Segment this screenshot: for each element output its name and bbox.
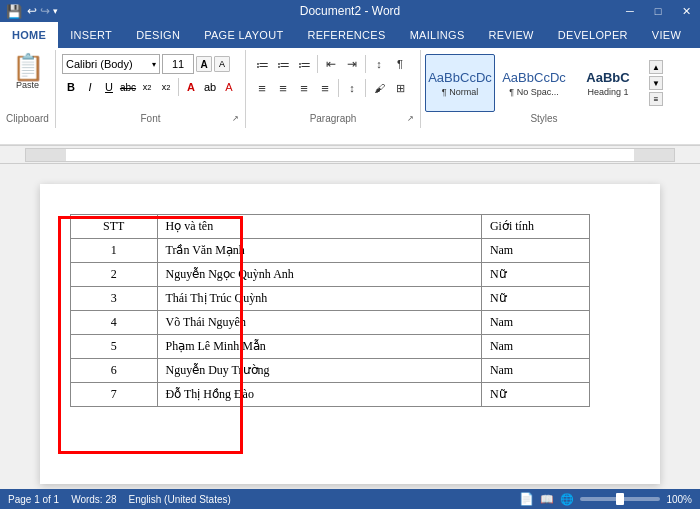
language: English (United States) xyxy=(129,494,231,505)
bold-button[interactable]: B xyxy=(62,78,80,96)
font-color-button[interactable]: A xyxy=(220,78,238,96)
paragraph-group-label: Paragraph xyxy=(246,113,420,124)
tab-developer[interactable]: DEVELOPER xyxy=(546,22,640,48)
cell-name: Thái Thị Trúc Quỳnh xyxy=(157,287,481,311)
cell-name: Nguyễn Duy Trường xyxy=(157,359,481,383)
tab-references[interactable]: REFERENCES xyxy=(295,22,397,48)
text-effects-button[interactable]: A xyxy=(182,78,200,96)
status-bar: Page 1 of 1 Words: 28 English (United St… xyxy=(0,489,700,509)
styles-scroll-down[interactable]: ▼ xyxy=(649,76,663,90)
cell-gender: Nam xyxy=(481,359,589,383)
styles-group-label: Styles xyxy=(421,113,667,124)
tab-page-layout[interactable]: PAGE LAYOUT xyxy=(192,22,295,48)
maximize-button[interactable]: □ xyxy=(644,0,672,22)
ribbon-tabs: HOME INSERT DESIGN PAGE LAYOUT REFERENCE… xyxy=(0,22,700,48)
view-print-button[interactable]: 📄 xyxy=(519,492,534,506)
justify-button[interactable]: ≡ xyxy=(315,78,335,98)
clipboard-label: Clipboard xyxy=(0,113,55,124)
align-right-button[interactable]: ≡ xyxy=(294,78,314,98)
cell-stt: 5 xyxy=(71,335,158,359)
line-spacing-button[interactable]: ↕ xyxy=(342,78,362,98)
bullets-button[interactable]: ≔ xyxy=(252,54,272,74)
font-shrink-button[interactable]: A xyxy=(214,56,230,72)
cell-stt: 6 xyxy=(71,359,158,383)
font-grow-button[interactable]: A xyxy=(196,56,212,72)
table-row: 5Phạm Lê Minh MẫnNam xyxy=(71,335,590,359)
font-group-label: Font xyxy=(56,113,245,124)
paragraph-expand-button[interactable]: ↗ xyxy=(404,112,416,124)
cell-gender: Nam xyxy=(481,239,589,263)
multilevel-button[interactable]: ≔ xyxy=(294,54,314,74)
ribbon: 📋 Paste Clipboard Calibri (Body) ▾ 11 A … xyxy=(0,48,700,146)
increase-indent-button[interactable]: ⇥ xyxy=(342,54,362,74)
tab-view[interactable]: VIEW xyxy=(640,22,693,48)
qa-dropdown[interactable]: ▾ xyxy=(53,6,58,16)
cell-name: Đỗ Thị Hồng Đào xyxy=(157,383,481,407)
cell-name: Phạm Lê Minh Mẫn xyxy=(157,335,481,359)
tab-mailings[interactable]: MAILINGS xyxy=(398,22,477,48)
ruler xyxy=(25,148,675,162)
zoom-level: 100% xyxy=(666,494,692,505)
save-icon[interactable]: 💾 xyxy=(6,4,22,19)
cell-name: Nguyễn Ngọc Quỳnh Anh xyxy=(157,263,481,287)
style-normal[interactable]: AaBbCcDc ¶ Normal xyxy=(425,54,495,112)
align-center-button[interactable]: ≡ xyxy=(273,78,293,98)
style-no-spacing[interactable]: AaBbCcDc ¶ No Spac... xyxy=(499,54,569,112)
borders-button[interactable]: ⊞ xyxy=(390,78,410,98)
strikethrough-button[interactable]: abc xyxy=(119,78,137,96)
minimize-button[interactable]: ─ xyxy=(616,0,644,22)
window-title: Document2 - Word xyxy=(300,4,400,18)
view-read-button[interactable]: 📖 xyxy=(540,493,554,506)
tab-review[interactable]: REVIEW xyxy=(477,22,546,48)
document-page: STT Họ và tên Giới tính 1Trần Văn MạnhNa… xyxy=(40,184,660,484)
document-area: STT Họ và tên Giới tính 1Trần Văn MạnhNa… xyxy=(0,164,700,504)
undo-icon[interactable]: ↩ xyxy=(27,4,37,18)
subscript-button[interactable]: x2 xyxy=(138,78,156,96)
decrease-indent-button[interactable]: ⇤ xyxy=(321,54,341,74)
show-hide-button[interactable]: ¶ xyxy=(390,54,410,74)
cell-name: Trần Văn Mạnh xyxy=(157,239,481,263)
tab-design[interactable]: DESIGN xyxy=(124,22,192,48)
table-row: 1Trần Văn MạnhNam xyxy=(71,239,590,263)
align-left-button[interactable]: ≡ xyxy=(252,78,272,98)
styles-scroll-up[interactable]: ▲ xyxy=(649,60,663,74)
superscript-button[interactable]: x2 xyxy=(157,78,175,96)
shading-button[interactable]: 🖌 xyxy=(369,78,389,98)
close-button[interactable]: ✕ xyxy=(672,0,700,22)
table-row: 7Đỗ Thị Hồng ĐàoNữ xyxy=(71,383,590,407)
table-row: 2Nguyễn Ngọc Quỳnh AnhNữ xyxy=(71,263,590,287)
header-gender: Giới tính xyxy=(481,215,589,239)
tab-insert[interactable]: INSERT xyxy=(58,22,124,48)
cell-stt: 3 xyxy=(71,287,158,311)
table-row: 4Võ Thái NguyênNam xyxy=(71,311,590,335)
table-row: 3Thái Thị Trúc QuỳnhNữ xyxy=(71,287,590,311)
cell-stt: 4 xyxy=(71,311,158,335)
cell-gender: Nữ xyxy=(481,383,589,407)
cell-gender: Nam xyxy=(481,335,589,359)
font-name-dropdown[interactable]: Calibri (Body) ▾ xyxy=(62,54,160,74)
italic-button[interactable]: I xyxy=(81,78,99,96)
data-table: STT Họ và tên Giới tính 1Trần Văn MạnhNa… xyxy=(70,214,590,407)
paste-button[interactable]: 📋 Paste xyxy=(12,54,44,90)
sort-button[interactable]: ↕ xyxy=(369,54,389,74)
font-size-dropdown[interactable]: 11 xyxy=(162,54,194,74)
page-count: Page 1 of 1 xyxy=(8,494,59,505)
cell-name: Võ Thái Nguyên xyxy=(157,311,481,335)
header-name: Họ và tên xyxy=(157,215,481,239)
header-stt: STT xyxy=(71,215,158,239)
cell-stt: 2 xyxy=(71,263,158,287)
cell-stt: 7 xyxy=(71,383,158,407)
zoom-slider[interactable] xyxy=(580,497,660,501)
styles-expand[interactable]: ≡ xyxy=(649,92,663,106)
cell-gender: Nam xyxy=(481,311,589,335)
styles-group: AaBbCcDc ¶ Normal AaBbCcDc ¶ No Spac... … xyxy=(421,50,667,128)
font-expand-button[interactable]: ↗ xyxy=(229,112,241,124)
style-heading1[interactable]: AaBbC Heading 1 xyxy=(573,54,643,112)
numbering-button[interactable]: ≔ xyxy=(273,54,293,74)
tab-home[interactable]: HOME xyxy=(0,22,58,48)
underline-button[interactable]: U xyxy=(100,78,118,96)
view-web-button[interactable]: 🌐 xyxy=(560,493,574,506)
cell-gender: Nữ xyxy=(481,287,589,311)
redo-icon[interactable]: ↪ xyxy=(40,4,50,18)
highlight-button[interactable]: ab xyxy=(201,78,219,96)
